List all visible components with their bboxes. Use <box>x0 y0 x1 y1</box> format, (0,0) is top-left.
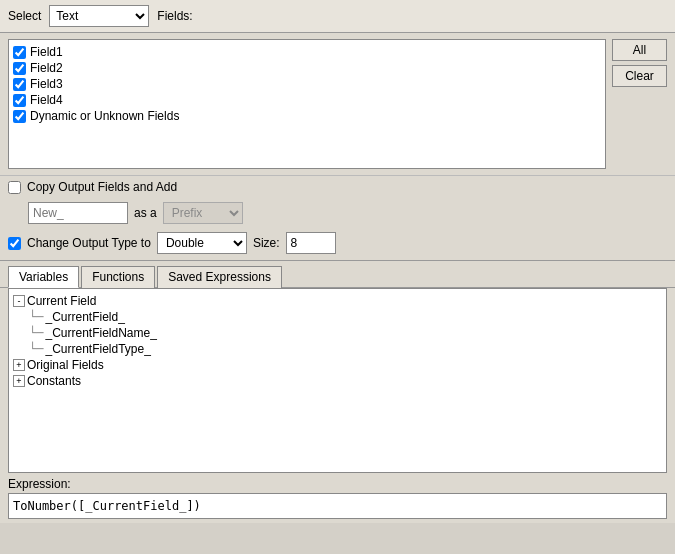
original-fields-label: Original Fields <box>27 358 104 372</box>
currentfieldtype-var-label: _CurrentFieldType_ <box>45 342 150 356</box>
tree-item-constants[interactable]: + Constants <box>13 373 662 389</box>
output-type-select[interactable]: Double Float Integer String <box>157 232 247 254</box>
select-label: Select <box>8 9 41 23</box>
tree-item-original-fields[interactable]: + Original Fields <box>13 357 662 373</box>
field4-label: Field4 <box>30 93 63 107</box>
list-item: Field4 <box>13 92 601 108</box>
list-item: Dynamic or Unknown Fields <box>13 108 601 124</box>
tab-content-variables: - Current Field └─ _CurrentField_ └─ _Cu… <box>8 288 667 473</box>
constants-label: Constants <box>27 374 81 388</box>
tree-item-currentfieldname[interactable]: └─ _CurrentFieldName_ <box>13 325 662 341</box>
tree-item-currentfield[interactable]: └─ _CurrentField_ <box>13 309 662 325</box>
expand-original-icon[interactable]: + <box>13 359 25 371</box>
tabs-bar: Variables Functions Saved Expressions <box>0 261 675 288</box>
fields-label: Fields: <box>157 9 192 23</box>
list-item: Field1 <box>13 44 601 60</box>
new-field-input[interactable] <box>28 202 128 224</box>
dynamic-fields-label: Dynamic or Unknown Fields <box>30 109 179 123</box>
field1-label: Field1 <box>30 45 63 59</box>
select-dropdown-wrapper[interactable]: Text Number Boolean Date <box>49 5 149 27</box>
tab-variables[interactable]: Variables <box>8 266 79 288</box>
dynamic-fields-checkbox[interactable] <box>13 110 26 123</box>
tree-line-icon: └─ <box>29 342 43 356</box>
select-dropdown[interactable]: Text Number Boolean Date <box>49 5 149 27</box>
field3-label: Field3 <box>30 77 63 91</box>
all-button[interactable]: All <box>612 39 667 61</box>
output-type-row: Change Output Type to Double Float Integ… <box>8 232 667 254</box>
tree-item-current-field[interactable]: - Current Field <box>13 293 662 309</box>
change-output-type-checkbox[interactable] <box>8 237 21 250</box>
tab-functions[interactable]: Functions <box>81 266 155 288</box>
size-label: Size: <box>253 236 280 250</box>
current-field-label: Current Field <box>27 294 96 308</box>
tree-item-currentfieldtype[interactable]: └─ _CurrentFieldType_ <box>13 341 662 357</box>
fields-list: Field1 Field2 Field3 Field4 Dynamic or U… <box>8 39 606 169</box>
size-input[interactable] <box>286 232 336 254</box>
copy-output-label: Copy Output Fields and Add <box>27 180 177 194</box>
prefix-select[interactable]: Prefix Suffix <box>163 202 243 224</box>
field1-checkbox[interactable] <box>13 46 26 59</box>
expand-icon[interactable]: - <box>13 295 25 307</box>
expression-section: Expression: <box>0 473 675 523</box>
as-a-label: as a <box>134 206 157 220</box>
clear-button[interactable]: Clear <box>612 65 667 87</box>
field4-checkbox[interactable] <box>13 94 26 107</box>
field-buttons: All Clear <box>612 39 667 169</box>
expression-input[interactable] <box>8 493 667 519</box>
fields-section: Field1 Field2 Field3 Field4 Dynamic or U… <box>0 33 675 175</box>
list-item: Field3 <box>13 76 601 92</box>
expand-constants-icon[interactable]: + <box>13 375 25 387</box>
field2-checkbox[interactable] <box>13 62 26 75</box>
tabs-section: Variables Functions Saved Expressions - … <box>0 261 675 473</box>
copy-output-section: Copy Output Fields and Add as a Prefix S… <box>0 175 675 260</box>
field2-label: Field2 <box>30 61 63 75</box>
copy-output-checkbox[interactable] <box>8 181 21 194</box>
header-bar: Select Text Number Boolean Date Fields: <box>0 0 675 33</box>
currentfield-var-label: _CurrentField_ <box>45 310 124 324</box>
list-item: Field2 <box>13 60 601 76</box>
tree-line-icon: └─ <box>29 326 43 340</box>
expression-label: Expression: <box>8 477 667 491</box>
currentfieldname-var-label: _CurrentFieldName_ <box>45 326 156 340</box>
tab-saved-expressions[interactable]: Saved Expressions <box>157 266 282 288</box>
change-output-label: Change Output Type to <box>27 236 151 250</box>
copy-row: Copy Output Fields and Add <box>8 180 667 194</box>
new-prefix-row: as a Prefix Suffix <box>8 202 667 224</box>
tree-line-icon: └─ <box>29 310 43 324</box>
field3-checkbox[interactable] <box>13 78 26 91</box>
